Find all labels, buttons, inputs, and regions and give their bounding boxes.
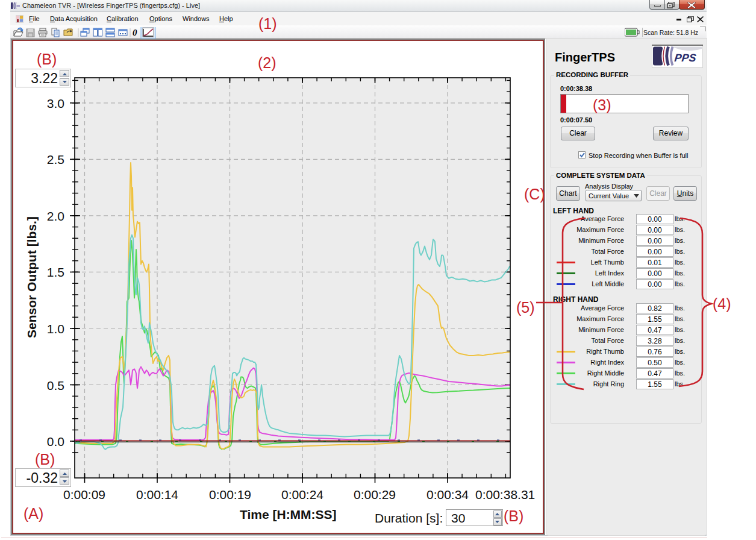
- svg-text:0: 0: [133, 28, 137, 37]
- svg-text:PPS: PPS: [674, 52, 697, 64]
